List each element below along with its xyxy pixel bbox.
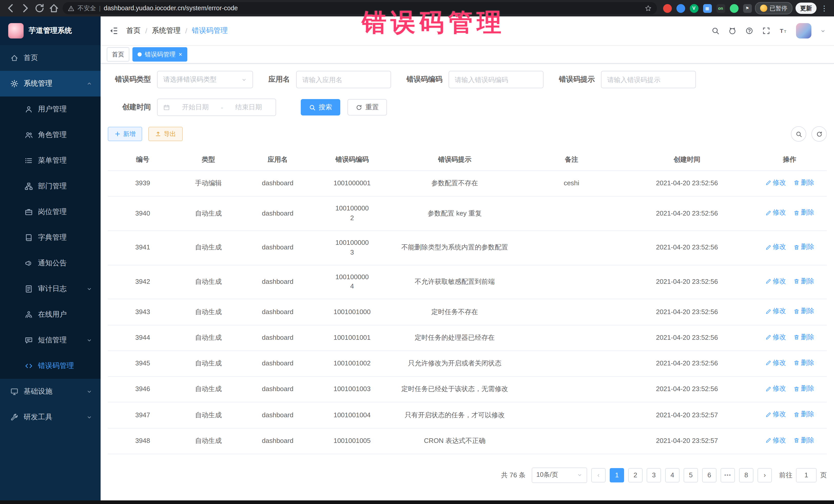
extension-icon[interactable] [663, 4, 672, 13]
fullscreen-icon[interactable] [762, 27, 770, 35]
sidebar-item[interactable]: 系统管理 [0, 71, 101, 96]
row-memo [522, 231, 621, 265]
goto-page-input[interactable] [796, 468, 816, 482]
code-icon [25, 362, 33, 370]
search-button[interactable]: 搜索 [301, 99, 340, 115]
header-search-icon[interactable] [711, 27, 720, 35]
reset-button[interactable]: 重置 [348, 99, 387, 115]
sidebar-item[interactable]: 基础设施 [0, 379, 101, 404]
page-button[interactable]: 4 [665, 468, 680, 482]
extension-icon[interactable]: ⚑ [743, 4, 752, 13]
extension-icon[interactable]: V [689, 4, 698, 13]
prev-page-button[interactable]: ‹ [591, 468, 606, 482]
page-button[interactable]: 6 [702, 468, 717, 482]
row-hint: CRON 表达式不正确 [388, 428, 522, 454]
page-button[interactable]: 8 [739, 468, 753, 482]
sidebar-item[interactable]: 岗位管理 [0, 199, 101, 225]
page-button[interactable]: 2 [628, 468, 642, 482]
delete-link[interactable]: 删除 [793, 208, 814, 218]
edit-link[interactable]: 修改 [765, 332, 786, 342]
github-icon[interactable] [728, 27, 737, 35]
page-button[interactable]: 5 [684, 468, 698, 482]
forward-button[interactable] [20, 3, 31, 14]
delete-link[interactable]: 删除 [793, 277, 814, 286]
edit-link[interactable]: 修改 [765, 436, 786, 445]
breadcrumb-item[interactable]: 系统管理 [152, 26, 181, 36]
delete-link[interactable]: 删除 [793, 358, 814, 368]
toggle-search-button[interactable] [791, 126, 806, 141]
filter-row-2: 创建时间 开始日期 - 结束日期 搜索 重置 [108, 98, 827, 116]
tab-tag[interactable]: 首页 [107, 47, 129, 62]
edit-link[interactable]: 修改 [765, 277, 786, 286]
browser-menu-icon[interactable]: ⋮ [820, 4, 829, 12]
browser-update-button[interactable]: 更新 [795, 3, 816, 14]
error-code-input[interactable] [448, 71, 544, 88]
sidebar-item[interactable]: 短信管理 [0, 327, 101, 353]
error-hint-input[interactable] [601, 71, 696, 88]
delete-link[interactable]: 删除 [793, 384, 814, 394]
avatar-caret-icon[interactable] [820, 28, 826, 34]
sidebar-item[interactable]: 部门管理 [0, 174, 101, 199]
edit-link[interactable]: 修改 [765, 307, 786, 316]
sidebar-item[interactable]: 在线用户 [0, 302, 101, 327]
row-actions: 修改删除 [752, 376, 827, 402]
screen: 不安全 | dashboard.yudao.iocoder.cn/system/… [0, 0, 834, 504]
more-pages-button[interactable]: ••• [721, 468, 735, 482]
sidebar-collapse-icon[interactable] [109, 26, 118, 36]
next-page-button[interactable]: › [758, 468, 772, 482]
create-time-range[interactable]: 开始日期 - 结束日期 [157, 98, 276, 116]
sidebar-item[interactable]: 研发工具 [0, 404, 101, 430]
sidebar-item[interactable]: 错误码管理 [0, 353, 101, 379]
font-size-icon[interactable]: TT [779, 27, 787, 35]
delete-link[interactable]: 删除 [793, 178, 814, 188]
page-size-select[interactable]: 10条/页 [532, 467, 587, 483]
sidebar-item-label: 菜单管理 [38, 156, 92, 165]
extension-toolbar: V ▦ on ⚑ [663, 4, 752, 13]
bookmark-star-icon[interactable] [644, 5, 652, 12]
dict-icon [25, 234, 33, 242]
sidebar-item[interactable]: 用户管理 [0, 96, 101, 122]
page-button[interactable]: 1 [610, 468, 624, 482]
edit-link[interactable]: 修改 [765, 208, 786, 218]
sidebar-item[interactable]: 通知公告 [0, 250, 101, 276]
proxy-extension-icon[interactable]: on [716, 4, 725, 13]
sidebar-item[interactable]: 角色管理 [0, 122, 101, 148]
edit-link[interactable]: 修改 [765, 242, 786, 252]
total-count: 共 76 条 [501, 470, 526, 480]
refresh-table-button[interactable] [811, 126, 827, 141]
delete-link[interactable]: 删除 [793, 307, 814, 316]
delete-icon [793, 210, 799, 216]
app-name-input[interactable] [296, 71, 391, 88]
extension-icon[interactable] [676, 4, 685, 13]
export-button[interactable]: 导出 [148, 127, 183, 141]
delete-link[interactable]: 删除 [793, 242, 814, 252]
edit-link[interactable]: 修改 [765, 384, 786, 394]
sidebar-item[interactable]: 首页 [0, 45, 101, 71]
reload-button[interactable] [34, 3, 45, 14]
app-logo[interactable]: 芋道管理系统 [0, 17, 101, 45]
delete-link[interactable]: 删除 [793, 332, 814, 342]
breadcrumb-item[interactable]: 首页 [126, 26, 140, 36]
row-time: 2021-04-20 23:52:57 [621, 402, 752, 428]
page-button[interactable]: 3 [647, 468, 661, 482]
delete-link[interactable]: 删除 [793, 410, 814, 420]
edit-link[interactable]: 修改 [765, 410, 786, 420]
home-button[interactable] [48, 3, 60, 14]
user-avatar[interactable] [796, 23, 811, 39]
edit-link[interactable]: 修改 [765, 358, 786, 368]
extension-icon[interactable]: ▦ [703, 4, 711, 13]
sidebar-item[interactable]: 审计日志 [0, 276, 101, 302]
back-button[interactable] [5, 3, 17, 14]
extension-icon[interactable] [729, 4, 738, 13]
address-bar[interactable]: 不安全 | dashboard.yudao.iocoder.cn/system/… [63, 2, 657, 14]
delete-link[interactable]: 删除 [793, 436, 814, 445]
error-type-select[interactable]: 请选择错误码类型 [157, 71, 253, 88]
profile-paused-badge[interactable]: 已暂停 [755, 2, 792, 14]
close-tab-icon[interactable]: × [179, 51, 182, 58]
sidebar-item[interactable]: 字典管理 [0, 225, 101, 250]
tab-tag[interactable]: 错误码管理× [132, 47, 187, 62]
help-icon[interactable] [745, 27, 753, 35]
edit-link[interactable]: 修改 [765, 178, 786, 188]
add-button[interactable]: 新增 [108, 127, 142, 141]
sidebar-item[interactable]: 菜单管理 [0, 148, 101, 174]
